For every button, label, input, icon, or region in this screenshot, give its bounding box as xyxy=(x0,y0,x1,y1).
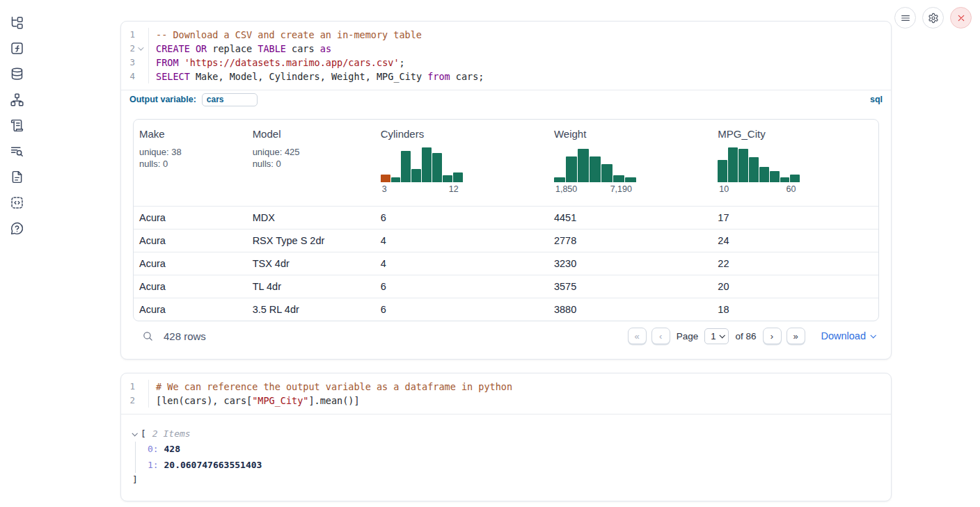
table-cell: 4 xyxy=(375,235,548,246)
table-cell: 3575 xyxy=(548,281,712,292)
table-cell: MDX xyxy=(247,212,375,223)
column-stat: unique: 425 xyxy=(253,146,370,158)
histogram-bar[interactable] xyxy=(381,175,390,182)
histogram-bar[interactable] xyxy=(601,164,612,182)
line-number-gutter: 2 xyxy=(121,394,149,408)
histogram-bar[interactable] xyxy=(759,167,769,182)
table-row[interactable]: AcuraTL 4dr6357520 xyxy=(134,275,878,298)
snippets-icon[interactable] xyxy=(9,195,24,210)
output-variable-input[interactable] xyxy=(202,93,258,106)
menu-icon[interactable] xyxy=(894,7,916,29)
column-header-model[interactable]: Modelunique: 425nulls: 0 xyxy=(247,120,375,206)
code-text: CREATE OR replace TABLE cars as xyxy=(149,42,331,56)
file-explorer-icon[interactable] xyxy=(9,15,24,30)
histogram-bar[interactable] xyxy=(613,175,624,182)
histogram-cylinders[interactable] xyxy=(381,146,463,182)
histogram-bar[interactable] xyxy=(443,175,452,182)
column-header-mpg_city[interactable]: MPG_City1060 xyxy=(712,120,878,206)
output-variable-row: Output variable: sql xyxy=(121,90,891,108)
histogram-bar[interactable] xyxy=(578,149,589,182)
code-line[interactable]: 1# We can reference the output variable … xyxy=(121,380,891,394)
first-page-button[interactable]: « xyxy=(628,328,647,344)
table-row[interactable]: Acura3.5 RL 4dr6388018 xyxy=(134,298,878,321)
help-icon[interactable] xyxy=(9,220,24,236)
document-icon[interactable] xyxy=(9,169,24,184)
table-row[interactable]: AcuraRSX Type S 2dr4277824 xyxy=(134,229,878,252)
fold-chevron-icon[interactable] xyxy=(138,45,143,50)
histogram-bar[interactable] xyxy=(422,147,432,182)
items-count: 2 Items xyxy=(152,426,191,442)
histogram-bar[interactable] xyxy=(566,156,577,182)
last-page-button[interactable]: » xyxy=(787,328,805,344)
table-cell: 18 xyxy=(712,304,878,315)
histogram-axis-labels: 1060 xyxy=(718,182,800,194)
column-label: Weight xyxy=(554,128,706,140)
histogram-bar[interactable] xyxy=(718,160,727,182)
column-header-cylinders[interactable]: Cylinders312 xyxy=(375,120,548,206)
python-code-editor[interactable]: 1# We can reference the output variable … xyxy=(121,373,891,414)
datasources-icon[interactable] xyxy=(9,66,24,81)
code-line[interactable]: 1-- Download a CSV and create an in-memo… xyxy=(121,28,891,42)
text-search-icon[interactable] xyxy=(9,143,24,159)
histogram-bar[interactable] xyxy=(453,172,463,182)
code-line[interactable]: 2[len(cars), cars["MPG_City"].mean()] xyxy=(121,394,891,408)
column-label: Cylinders xyxy=(381,128,543,140)
table-cell: 3230 xyxy=(548,258,712,269)
row-count: 428 rows xyxy=(164,330,206,342)
table-cell: TL 4dr xyxy=(247,281,375,292)
tree-collapse-toggle[interactable]: [ 2 Items xyxy=(132,426,880,442)
histogram-axis-labels: 1,8507,190 xyxy=(554,182,636,194)
histogram-bar[interactable] xyxy=(391,177,401,182)
histogram-bar[interactable] xyxy=(411,169,421,182)
histogram-mpg_city[interactable] xyxy=(718,146,800,182)
table-row[interactable]: AcuraMDX6445117 xyxy=(134,206,878,229)
dependency-graph-icon[interactable] xyxy=(9,92,24,107)
line-number-gutter: 4 xyxy=(121,70,149,83)
histogram-bar[interactable] xyxy=(749,157,759,182)
histogram-bar[interactable] xyxy=(790,175,800,182)
code-text: FROM 'https://datasets.marimo.app/cars.c… xyxy=(149,56,405,70)
histogram-bar[interactable] xyxy=(401,151,411,182)
table-header-row: Makeunique: 38nulls: 0Modelunique: 425nu… xyxy=(134,120,878,206)
table-cell: 4451 xyxy=(548,212,712,223)
gear-icon[interactable] xyxy=(922,7,944,29)
tree-entry: 1: 20.060747663551403 xyxy=(148,458,880,474)
histogram-bar[interactable] xyxy=(728,147,738,182)
tree-value: 20.060747663551403 xyxy=(164,460,262,470)
histogram-bar[interactable] xyxy=(738,149,748,182)
table-body: AcuraMDX6445117AcuraRSX Type S 2dr427782… xyxy=(134,206,878,321)
code-line[interactable]: 2CREATE OR replace TABLE cars as xyxy=(121,42,891,56)
line-number-gutter: 1 xyxy=(121,28,149,42)
language-badge[interactable]: sql xyxy=(870,95,883,104)
function-square-icon[interactable] xyxy=(9,40,24,56)
histogram-bar[interactable] xyxy=(780,177,790,182)
histogram-bar[interactable] xyxy=(590,156,601,182)
table-cell: 22 xyxy=(712,258,878,269)
chevron-down-icon xyxy=(132,430,137,436)
download-button[interactable]: Download xyxy=(821,330,876,341)
close-icon[interactable] xyxy=(950,7,972,29)
close-bracket: ] xyxy=(132,473,880,487)
page-select[interactable]: 1 xyxy=(704,328,729,344)
code-line[interactable]: 4SELECT Make, Model, Cylinders, Weight, … xyxy=(121,70,891,83)
histogram-bar[interactable] xyxy=(554,177,565,182)
histogram-bar[interactable] xyxy=(625,177,636,182)
tree-key: 0 xyxy=(148,444,153,454)
histogram-bar[interactable] xyxy=(770,171,780,182)
table-row[interactable]: AcuraTSX 4dr4323022 xyxy=(134,252,878,275)
sql-code-editor[interactable]: 1-- Download a CSV and create an in-memo… xyxy=(121,22,891,90)
table-cell: 6 xyxy=(375,212,548,223)
column-stat: nulls: 0 xyxy=(253,158,370,170)
prev-page-button[interactable]: ‹ xyxy=(651,328,670,344)
table-cell: 20 xyxy=(712,281,878,292)
next-page-button[interactable]: › xyxy=(763,328,782,344)
column-header-weight[interactable]: Weight1,8507,190 xyxy=(548,120,712,206)
code-line[interactable]: 3FROM 'https://datasets.marimo.app/cars.… xyxy=(121,56,891,70)
table-cell: Acura xyxy=(134,235,247,246)
logs-icon[interactable] xyxy=(9,118,24,133)
column-label: Make xyxy=(139,128,242,140)
search-icon[interactable] xyxy=(140,328,155,344)
column-header-make[interactable]: Makeunique: 38nulls: 0 xyxy=(134,120,247,206)
histogram-weight[interactable] xyxy=(554,146,636,182)
histogram-bar[interactable] xyxy=(432,153,442,182)
